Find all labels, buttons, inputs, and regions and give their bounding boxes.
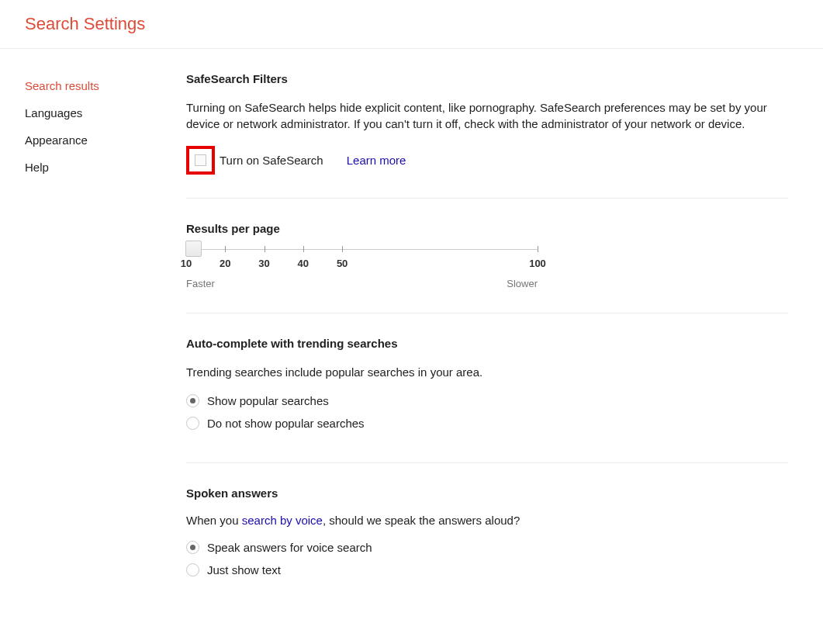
autocomplete-option-show[interactable]: Show popular searches [186, 394, 788, 407]
spoken-option-text[interactable]: Just show text [186, 563, 788, 576]
radio-just-text[interactable] [186, 563, 199, 576]
slider-slower-label: Slower [507, 278, 538, 289]
slider-track [186, 249, 538, 250]
sidebar-item-appearance[interactable]: Appearance [25, 126, 160, 154]
safesearch-title: SafeSearch Filters [186, 72, 788, 85]
safesearch-checkbox-label: Turn on SafeSearch [220, 154, 323, 167]
slider-tick-50: 50 [337, 258, 348, 269]
safesearch-highlight [186, 146, 215, 175]
section-results-per-page: Results per page 10 20 30 40 50 [186, 222, 788, 313]
safesearch-checkbox[interactable] [195, 154, 206, 166]
safesearch-checkbox-row: Turn on SafeSearch Learn more [186, 146, 788, 175]
autocomplete-description: Trending searches include popular search… [186, 364, 788, 380]
slider-tick-20: 20 [220, 258, 230, 269]
spoken-desc-prefix: When you [186, 514, 242, 527]
slider-hints: Faster Slower [186, 278, 538, 289]
sidebar-item-help[interactable]: Help [25, 154, 160, 181]
search-by-voice-link[interactable]: search by voice [242, 514, 323, 527]
safesearch-learn-more-link[interactable]: Learn more [347, 154, 406, 167]
safesearch-description: Turning on SafeSearch helps hide explici… [186, 99, 788, 132]
main-content: SafeSearch Filters Turning on SafeSearch… [160, 72, 805, 609]
autocomplete-option-hide[interactable]: Do not show popular searches [186, 417, 788, 430]
section-safesearch: SafeSearch Filters Turning on SafeSearch… [186, 72, 788, 199]
sidebar-item-search-results[interactable]: Search results [25, 72, 160, 99]
section-autocomplete: Auto-complete with trending searches Tre… [186, 337, 788, 463]
main-container: Search results Languages Appearance Help… [0, 49, 823, 609]
radio-speak-answers-label: Speak answers for voice search [207, 541, 372, 554]
autocomplete-title: Auto-complete with trending searches [186, 337, 788, 350]
page-title: Search Settings [25, 14, 823, 34]
slider-tick-100: 100 [529, 258, 546, 269]
slider-faster-label: Faster [186, 278, 215, 289]
radio-hide-popular[interactable] [186, 417, 199, 430]
slider-tick-10: 10 [181, 258, 192, 269]
radio-show-popular-label: Show popular searches [207, 394, 329, 407]
sidebar: Search results Languages Appearance Help [0, 72, 160, 609]
radio-just-text-label: Just show text [207, 563, 281, 576]
slider-tick-40: 40 [298, 258, 309, 269]
spoken-description: When you search by voice, should we spea… [186, 514, 788, 527]
spoken-title: Spoken answers [186, 486, 788, 500]
section-spoken: Spoken answers When you search by voice,… [186, 486, 788, 609]
results-per-page-title: Results per page [186, 222, 788, 235]
results-slider[interactable]: 10 20 30 40 50 100 Faster Slower [186, 249, 538, 289]
sidebar-item-languages[interactable]: Languages [25, 99, 160, 126]
radio-show-popular[interactable] [186, 394, 199, 407]
page-header: Search Settings [0, 0, 823, 49]
slider-tick-30: 30 [258, 258, 269, 269]
radio-hide-popular-label: Do not show popular searches [207, 417, 365, 430]
spoken-desc-suffix: , should we speak the answers aloud? [323, 514, 520, 527]
radio-speak-answers[interactable] [186, 541, 199, 554]
spoken-option-speak[interactable]: Speak answers for voice search [186, 541, 788, 554]
slider-handle[interactable] [185, 241, 202, 257]
